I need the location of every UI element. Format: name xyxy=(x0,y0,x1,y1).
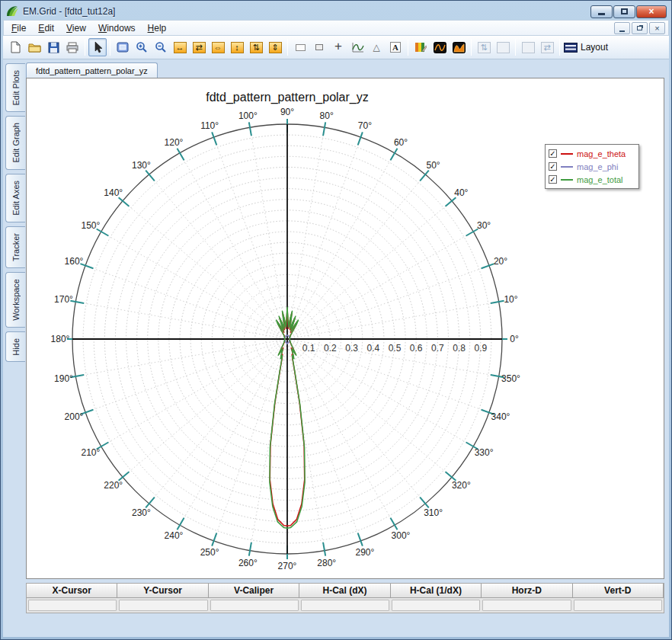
toolbar-separator xyxy=(559,39,560,56)
sidebar-tab-hide[interactable]: Hide xyxy=(5,331,25,363)
waveform-filled-button[interactable] xyxy=(450,38,468,56)
layout-panels-label: Layout xyxy=(581,42,608,53)
mdi-close-button[interactable]: × xyxy=(649,22,665,34)
sidebar-tab-tracker[interactable]: Tracker xyxy=(5,226,25,268)
menu-windows[interactable]: Windows xyxy=(92,21,142,35)
text-annotation-button[interactable]: A xyxy=(386,38,405,56)
zoom-in-button[interactable] xyxy=(133,38,151,56)
mdi-close-icon: × xyxy=(654,24,659,33)
sidebar-tab-edit-graph[interactable]: Edit Graph xyxy=(5,116,25,170)
select-cursor-button[interactable] xyxy=(88,38,107,56)
new-document-icon xyxy=(10,41,21,53)
fit-horizontal-button[interactable]: ⇄ xyxy=(538,38,556,56)
svg-text:330°: 330° xyxy=(475,447,494,458)
mdi-restore-button[interactable] xyxy=(632,22,648,34)
document-tab[interactable]: fdtd_pattern_pattern_polar_yz xyxy=(26,62,158,78)
svg-text:20°: 20° xyxy=(494,256,507,267)
layout-panels-button[interactable]: Layout xyxy=(563,38,609,56)
open-folder-button[interactable] xyxy=(25,38,43,56)
shrink-horizontal-icon: ⇔ xyxy=(212,42,225,53)
waveform-dark-icon xyxy=(434,42,446,53)
open-folder-icon xyxy=(28,42,41,53)
cursor-table-header-cell: Horz-D xyxy=(482,584,572,598)
menu-file[interactable]: File xyxy=(5,21,32,35)
toolbar-separator xyxy=(85,39,85,56)
new-document-button[interactable] xyxy=(6,38,24,56)
svg-text:0.3: 0.3 xyxy=(345,343,358,354)
print-button[interactable] xyxy=(63,38,82,56)
svg-text:110°: 110° xyxy=(200,120,219,131)
shrink-horizontal-button[interactable]: ⇔ xyxy=(209,38,227,56)
waveform-dark-button[interactable] xyxy=(430,38,449,56)
draw-rectangle-button[interactable] xyxy=(291,38,309,56)
svg-text:90°: 90° xyxy=(280,107,294,117)
legend-line-sample xyxy=(561,179,573,181)
svg-text:0.5: 0.5 xyxy=(389,343,402,354)
blank-tile-2-button[interactable] xyxy=(519,38,537,56)
maximize-icon xyxy=(621,8,628,14)
chart-title: fdtd_pattern_pattern_polar_yz xyxy=(206,91,368,104)
cursor-table-value-cell[interactable] xyxy=(482,600,571,611)
pan-horizontal-button[interactable]: ⇄ xyxy=(190,38,208,56)
menu-view[interactable]: View xyxy=(60,21,92,35)
zoom-region-button[interactable] xyxy=(114,38,132,56)
colormap-edit-button[interactable] xyxy=(411,38,430,56)
zoom-out-button[interactable] xyxy=(152,38,170,56)
shrink-vertical-icon: ⇕ xyxy=(269,42,282,53)
cursor-table-value-cell[interactable] xyxy=(392,600,480,611)
save-icon xyxy=(48,42,59,53)
cursor-table-header-cell: Y-Cursor xyxy=(117,584,208,598)
cursor-table-value-cell[interactable] xyxy=(301,600,389,611)
sidebar-tab-edit-axes[interactable]: Edit Axes xyxy=(5,174,25,222)
expand-horizontal-button[interactable]: ↔ xyxy=(171,38,189,56)
pan-vertical-button[interactable]: ⇅ xyxy=(247,38,265,56)
cursor-table-value-cell[interactable] xyxy=(574,600,662,611)
svg-text:100°: 100° xyxy=(238,110,258,121)
draw-box-button[interactable] xyxy=(310,38,328,56)
cursor-table-value-cell[interactable] xyxy=(119,600,207,611)
toolbar: ↔⇄⇔↕⇅⇕+△A⇅⇄Layout xyxy=(3,36,669,59)
svg-text:340°: 340° xyxy=(491,411,510,422)
svg-text:200°: 200° xyxy=(65,411,84,422)
svg-text:190°: 190° xyxy=(54,373,73,384)
svg-text:260°: 260° xyxy=(238,558,258,568)
draw-triangle-button[interactable]: △ xyxy=(367,38,386,56)
legend-checkbox-mag_e_total[interactable]: ✓ xyxy=(549,175,557,184)
crosshair-button[interactable]: + xyxy=(329,38,347,56)
trace-curve-button[interactable] xyxy=(348,38,366,56)
minimize-button[interactable] xyxy=(590,5,613,18)
legend-checkbox-mag_e_theta[interactable]: ✓ xyxy=(549,149,557,158)
expand-vertical-icon: ↕ xyxy=(231,42,244,53)
save-button[interactable] xyxy=(44,38,62,56)
pan-vertical-icon: ⇅ xyxy=(250,42,263,53)
svg-text:70°: 70° xyxy=(358,120,372,131)
expand-vertical-button[interactable]: ↕ xyxy=(228,38,246,56)
menu-edit[interactable]: Edit xyxy=(32,21,60,35)
mdi-window-controls: × xyxy=(614,22,667,34)
legend-checkbox-mag_e_phi[interactable]: ✓ xyxy=(549,162,557,171)
shrink-vertical-button[interactable]: ⇕ xyxy=(266,38,284,56)
maximize-button[interactable] xyxy=(613,5,635,18)
title-bar[interactable]: EM.Grid - [fdtd_tut12a] × xyxy=(3,3,669,20)
sidebar-tab-workspace[interactable]: Workspace xyxy=(5,272,25,328)
mdi-minimize-button[interactable] xyxy=(614,22,630,34)
legend-item-mag_e_total: ✓mag_e_total xyxy=(549,173,635,186)
fit-vertical-button[interactable]: ⇅ xyxy=(475,38,493,56)
svg-text:140°: 140° xyxy=(104,187,123,198)
document-tab-label: fdtd_pattern_pattern_polar_yz xyxy=(36,66,148,75)
sidebar-tab-edit-plots[interactable]: Edit Plots xyxy=(5,63,25,112)
svg-text:0.2: 0.2 xyxy=(324,343,337,354)
close-icon: × xyxy=(648,6,654,17)
cursor-table-value-cell[interactable] xyxy=(210,600,299,611)
colormap-edit-icon xyxy=(414,42,427,53)
blank-tile-button[interactable] xyxy=(494,38,512,56)
menu-help[interactable]: Help xyxy=(142,21,173,35)
cursor-table-header-cell: X-Cursor xyxy=(27,584,117,598)
legend-item-mag_e_phi: ✓mag_e_phi xyxy=(549,160,635,173)
cursor-table-value-cell[interactable] xyxy=(28,600,117,611)
close-button[interactable]: × xyxy=(636,5,667,18)
svg-text:130°: 130° xyxy=(132,160,151,171)
draw-box-icon xyxy=(315,44,323,50)
sidebar-tabstrip: Edit PlotsEdit GraphEdit AxesTrackerWork… xyxy=(3,61,26,637)
svg-text:120°: 120° xyxy=(165,137,184,148)
